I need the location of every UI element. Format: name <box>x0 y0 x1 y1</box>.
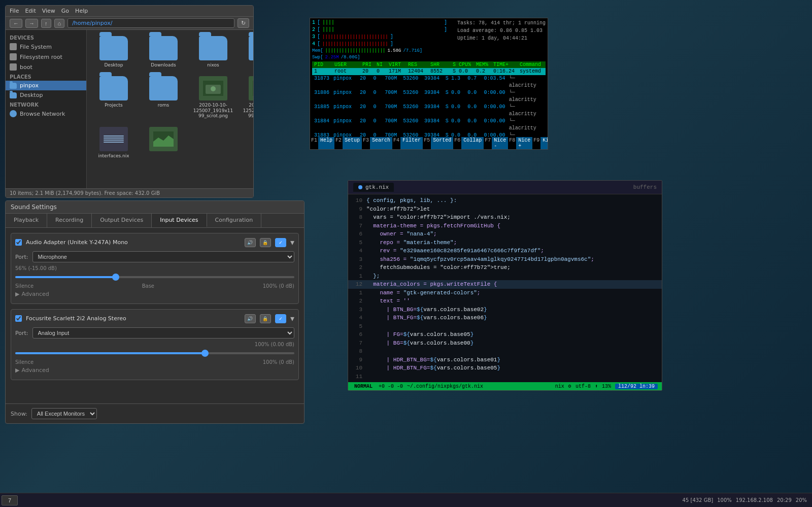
menu-view[interactable]: View <box>42 8 55 14</box>
volume-slider-2[interactable] <box>15 349 294 357</box>
menu-go[interactable]: Go <box>61 8 69 14</box>
mute-button-1[interactable]: 🔊 <box>245 238 256 247</box>
line-number: 3 <box>352 255 366 264</box>
list-item[interactable]: nixos <box>190 34 236 70</box>
line-content: rev = "e329aaee160c82e85fe91a6467c666c7f… <box>366 247 544 255</box>
slider-thumb-2[interactable] <box>201 350 209 357</box>
list-item[interactable]: Projects <box>91 74 137 121</box>
sidebar-item-desktop[interactable]: Desktop <box>6 90 86 100</box>
col-cmd: Command <box>520 62 541 67</box>
refresh-button[interactable]: ↻ <box>238 18 249 28</box>
line-number: 6 <box>352 330 366 339</box>
folder-icon-large <box>149 36 178 60</box>
sidebar-item-browse-network[interactable]: Browse Network <box>6 109 86 119</box>
list-item[interactable]: 2020-10-10-125007_1919x1199_scrot.png <box>190 74 236 121</box>
list-item[interactable]: roms <box>141 74 186 121</box>
line-content: sha256 = "1qmq5ycfpzv0rcp5aav4amlglkqy02… <box>366 255 594 264</box>
sys-info: 45 [432 GB] <box>683 497 714 503</box>
advanced-toggle-2[interactable]: ▶ Advanced <box>15 365 294 376</box>
fm-statusbar: 10 items; 2.1 MiB (2,174,909 bytes). Fre… <box>6 188 253 197</box>
device-checkbox-2[interactable] <box>15 315 22 322</box>
list-item[interactable]: Downloads <box>141 34 186 70</box>
folder-icon-large <box>99 76 128 100</box>
cursor-position: l12/92 ln:39 <box>615 384 658 389</box>
tab-playback[interactable]: Playback <box>6 214 47 227</box>
list-item[interactable]: 2020-10-10-125235_1919x1199_scrot.png <box>240 74 253 121</box>
editor-line: 9"color:#ff7b72">let <box>348 205 662 214</box>
show-select[interactable]: All Except Monitors <box>31 408 97 419</box>
col-time: TIME+ <box>493 62 520 67</box>
line-number: 3 <box>352 306 366 314</box>
sidebar-item-filesystem[interactable]: File System <box>6 42 86 52</box>
advanced-toggle-1[interactable]: ▶ Advanced <box>15 289 294 299</box>
lock-button-1[interactable]: 🔒 <box>260 238 271 247</box>
port-select-1[interactable]: Microphone <box>32 251 294 262</box>
f8-nice-plus[interactable]: Nice + <box>516 137 532 149</box>
f6-collap[interactable]: Collap <box>461 137 484 149</box>
file-manager: File Edit View Go Help ← → ↑ ⌂ /home/pin… <box>5 5 254 198</box>
lock-button-2[interactable]: 🔒 <box>260 314 271 323</box>
folder-icon-large <box>99 36 128 60</box>
col-pid: PID <box>314 62 334 67</box>
f6-label: F6 <box>453 137 461 149</box>
swp-bar: Swp[2.25M/8.00G] <box>312 54 447 61</box>
check-button-1[interactable]: ✓ <box>275 238 286 247</box>
tab-configuration[interactable]: Configuration <box>207 214 262 227</box>
f1-help[interactable]: Help <box>318 137 334 149</box>
slider-track-1 <box>15 276 294 278</box>
line-content: text = '' <box>366 297 410 306</box>
forward-button[interactable]: → <box>25 19 38 28</box>
list-item[interactable]: Desktop <box>91 34 137 70</box>
line-content: | FG=${vars.colors.base05} <box>366 330 473 339</box>
back-button[interactable]: ← <box>10 19 22 28</box>
col-cpu: CPU% <box>459 62 476 67</box>
expand-button-2[interactable]: ▾ <box>290 314 294 323</box>
slider-labels-2: Silence 100% (0 dB) <box>15 359 294 365</box>
tab-recording[interactable]: Recording <box>47 214 92 227</box>
tab-output-devices[interactable]: Output Devices <box>92 214 152 227</box>
menu-help[interactable]: Help <box>75 8 88 14</box>
list-item[interactable] <box>141 125 186 161</box>
text-line <box>104 142 124 143</box>
mute-button-2[interactable]: 🔊 <box>245 314 256 323</box>
editor-window: gtk.nix buffers 10{ config, pkgs, lib, .… <box>348 180 662 391</box>
list-item[interactable]: interfaces.nix <box>91 125 137 161</box>
sound-device-1: Audio Adapter (Unitek Y-247A) Mono 🔊 🔒 ✓… <box>11 233 299 304</box>
expand-button-1[interactable]: ▾ <box>290 238 294 247</box>
f9-label: F9 <box>532 137 540 149</box>
volume-slider-1[interactable] <box>15 273 294 281</box>
disk-icon <box>10 63 17 71</box>
item-label: 2020-10-10-125007_1919x1199_scrot.png <box>192 103 234 119</box>
f3-search[interactable]: Search <box>370 137 392 149</box>
sidebar-item-pinpox[interactable]: pinpox <box>6 81 86 90</box>
fm-toolbar: ← → ↑ ⌂ /home/pinpox/ ↻ <box>6 17 253 30</box>
sidebar-item-filesystem-root[interactable]: Filesystem root <box>6 52 86 62</box>
editor-line: 7 | BG=${vars.colors.base00} <box>348 339 662 348</box>
f8-label: F8 <box>508 137 516 149</box>
device-checkbox-1[interactable] <box>15 239 22 246</box>
f4-filter[interactable]: Filter <box>400 137 423 149</box>
f2-setup[interactable]: Setup <box>343 137 362 149</box>
table-row: 1 root 20 0 171M 12404 8552 S 0.0 0.2 0:… <box>312 68 546 75</box>
menu-edit[interactable]: Edit <box>25 8 36 14</box>
list-item[interactable]: Pictures <box>240 34 253 70</box>
check-button-2[interactable]: ✓ <box>275 314 286 323</box>
device-header-1: Audio Adapter (Unitek Y-247A) Mono 🔊 🔒 ✓… <box>15 238 294 247</box>
home-button[interactable]: ⌂ <box>54 19 65 28</box>
up-button[interactable]: ↑ <box>41 19 51 28</box>
sidebar-item-boot[interactable]: boot <box>6 62 86 72</box>
taskbar-app-button[interactable]: 7 <box>2 495 18 505</box>
editor-tab[interactable]: gtk.nix <box>353 183 394 192</box>
menu-file[interactable]: File <box>10 8 19 14</box>
path-bar[interactable]: /home/pinpox/ <box>67 18 234 28</box>
port-select-2[interactable]: Analog Input <box>32 327 294 339</box>
slider-track-2 <box>15 352 294 354</box>
f9-kill[interactable]: Kill <box>540 137 548 149</box>
slider-row-2: 100% (0.00 dB) Silence 100% (0 dB) <box>15 342 294 365</box>
editor-line: 3 sha256 = "1qmq5ycfpzv0rcp5aav4amlglkqy… <box>348 255 662 264</box>
tab-input-devices[interactable]: Input Devices <box>152 214 207 227</box>
slider-thumb-1[interactable] <box>112 274 119 281</box>
line-number: 1 <box>352 289 366 297</box>
f5-sorted[interactable]: Sorted <box>431 137 453 149</box>
f7-nice-minus[interactable]: Nice - <box>492 137 508 149</box>
